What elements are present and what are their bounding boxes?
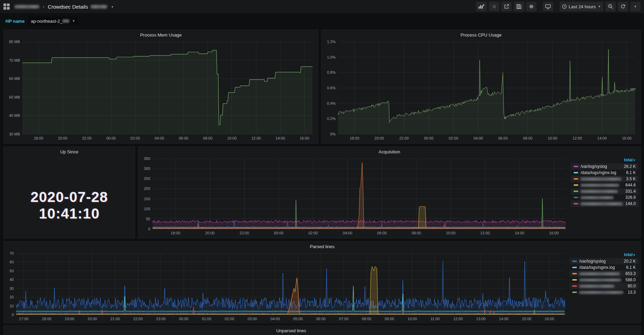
y-axis-tick: 50 (146, 217, 150, 221)
refresh-button[interactable] (618, 2, 628, 11)
redacted-series-label[interactable] (581, 190, 618, 193)
dashboard-title[interactable]: Crowdsec Details (48, 4, 88, 10)
series-color-dash[interactable] (572, 273, 577, 274)
series-total-value: 644.6 (625, 183, 636, 187)
dashboard-dropdown-caret-icon[interactable]: ▾ (111, 5, 113, 9)
panel-process-cpu-usage: Process CPU Usage 18:0020:0022:0000:0002… (321, 30, 641, 144)
panel-parsed-lines: Parsed lines 17:0018:0019:0020:0021:0022… (3, 241, 641, 323)
series-color-dash[interactable] (574, 166, 578, 167)
y-axis-tick: 1.2% (327, 40, 336, 44)
y-axis-tick: 50 MB (9, 95, 20, 99)
dashboard-settings-button[interactable] (526, 2, 536, 11)
legend-row: /data/logs/nginx.log6.1 K (571, 170, 638, 176)
variable-caret-icon: ▼ (72, 19, 75, 23)
x-axis-tick: 02:00 (131, 136, 140, 140)
add-panel-button[interactable] (476, 2, 487, 11)
y-axis-tick: 0 (148, 227, 150, 231)
x-axis-tick: 04:00 (473, 136, 483, 140)
cpu-chart[interactable]: 18:0020:0022:0000:0002:0004:0006:0008:00… (324, 39, 638, 142)
redacted-breadcrumb-root[interactable] (14, 5, 39, 9)
x-axis-tick: 08:00 (523, 136, 533, 140)
legend-row: 13.3 (570, 289, 638, 295)
x-axis-tick: 12:00 (453, 317, 463, 321)
series-color-dash[interactable] (572, 285, 577, 287)
x-axis-tick: 10:00 (446, 231, 456, 235)
redacted-series-label[interactable] (581, 196, 614, 199)
y-axis-tick: 70 MB (9, 58, 20, 62)
x-axis-tick: 00:00 (424, 136, 434, 140)
redacted-series-label[interactable] (579, 272, 620, 275)
series-color-dash[interactable] (574, 191, 578, 192)
x-axis-tick: 07:00 (339, 317, 349, 321)
x-axis-tick: 13:00 (476, 317, 486, 321)
share-dashboard-button[interactable] (501, 2, 512, 11)
x-axis-tick: 14:00 (276, 136, 285, 140)
redacted-series-label[interactable] (579, 278, 621, 282)
redacted-series-label[interactable] (579, 291, 623, 294)
panel-process-mem-usage: Process Mem Usage 18:0020:0022:0000:0002… (3, 30, 318, 144)
panel-title-mem[interactable]: Process Mem Usage (4, 32, 318, 38)
series-label[interactable]: /data/logs/nginx.log (579, 265, 615, 270)
panel-unparsed-lines: Unparsed lines (3, 325, 641, 335)
series-color-dash[interactable] (574, 178, 578, 180)
variable-label: HP name (6, 19, 24, 24)
series-total-value: 331.4 (625, 189, 636, 194)
x-axis-tick: 06:00 (498, 136, 508, 140)
series-color-dash[interactable] (574, 172, 578, 173)
x-axis-tick: 02:00 (308, 231, 318, 235)
legend-row: 588.0 (570, 277, 638, 283)
panel-title-parsed[interactable]: Parsed lines (4, 244, 641, 249)
legend-sort-total[interactable]: total▼ (570, 252, 638, 258)
legend-row: /data/logs/nginx.log6.1 K (570, 264, 638, 271)
panel-title-up-since[interactable]: Up Since (4, 149, 135, 154)
x-axis-tick: 06:00 (377, 231, 387, 235)
series-color-dash[interactable] (574, 203, 578, 204)
x-axis-tick: 04:00 (270, 317, 280, 321)
series-color-dash[interactable] (572, 261, 577, 262)
x-axis-tick: 12:00 (480, 231, 490, 235)
series-color-dash[interactable] (574, 197, 578, 198)
redacted-series-label[interactable] (581, 202, 623, 205)
acquisition-chart[interactable]: 18:0020:0022:0000:0002:0004:0006:0008:00… (141, 156, 568, 237)
legend-sort-total[interactable]: total▼ (571, 157, 638, 163)
y-axis-tick: 40 MB (9, 113, 20, 118)
zoom-out-time-button[interactable] (605, 2, 616, 11)
mem-chart[interactable]: 18:0020:0022:0000:0002:0004:0006:0008:00… (7, 39, 316, 142)
refresh-icon (620, 4, 626, 9)
x-axis-tick: 05:00 (293, 317, 303, 321)
star-dashboard-button[interactable]: ☆ (489, 2, 499, 11)
series-total-value: 60.0 (628, 284, 636, 288)
x-axis-tick: 02:00 (449, 136, 458, 140)
cycle-view-mode-button[interactable] (543, 2, 553, 11)
series-label[interactable]: /data/logs/nginx.log (581, 170, 616, 175)
save-dashboard-button[interactable] (514, 2, 524, 11)
y-axis-tick: 150 (144, 197, 150, 201)
parsed-chart[interactable]: 17:0018:0019:0020:0021:0022:0023:0000:00… (7, 251, 568, 323)
series-total-value: 6.1 K (626, 265, 636, 270)
series-label[interactable]: /var/log/syslog (581, 164, 607, 169)
redacted-series-label[interactable] (581, 184, 619, 187)
variable-value-dropdown[interactable]: ap-northeast-2_ ▼ (28, 17, 78, 26)
y-axis-tick: 0 (12, 313, 14, 317)
y-axis-tick: 100 (144, 207, 150, 211)
apps-grid-icon[interactable] (3, 3, 10, 10)
panel-title-cpu[interactable]: Process CPU Usage (321, 32, 641, 38)
legend-row: /var/log/syslog20.2 K (570, 258, 638, 264)
redacted-series-label[interactable] (579, 285, 614, 288)
cpu-svg: 18:0020:0022:0000:0002:0004:0006:0008:00… (324, 39, 638, 142)
series-label[interactable]: /var/log/syslog (579, 259, 606, 264)
time-range-picker[interactable]: Last 24 hours ▼ (560, 2, 603, 11)
x-axis-tick: 19:00 (65, 317, 74, 321)
legend-row: 3.5 K (571, 176, 638, 182)
series-color-dash[interactable] (572, 279, 577, 281)
series-color-dash[interactable] (572, 292, 577, 293)
refresh-interval-dropdown[interactable]: ▼ (630, 2, 641, 11)
panel-title-unparsed[interactable]: Unparsed lines (0, 328, 641, 333)
x-axis-tick: 16:00 (545, 317, 554, 321)
x-axis-tick: 02:00 (225, 317, 234, 321)
redacted-series-label[interactable] (581, 177, 621, 181)
x-axis-tick: 00:00 (274, 231, 284, 235)
series-color-dash[interactable] (574, 184, 578, 186)
series-color-dash[interactable] (572, 267, 577, 268)
panel-title-acquisition[interactable]: Acquisition (138, 149, 641, 154)
